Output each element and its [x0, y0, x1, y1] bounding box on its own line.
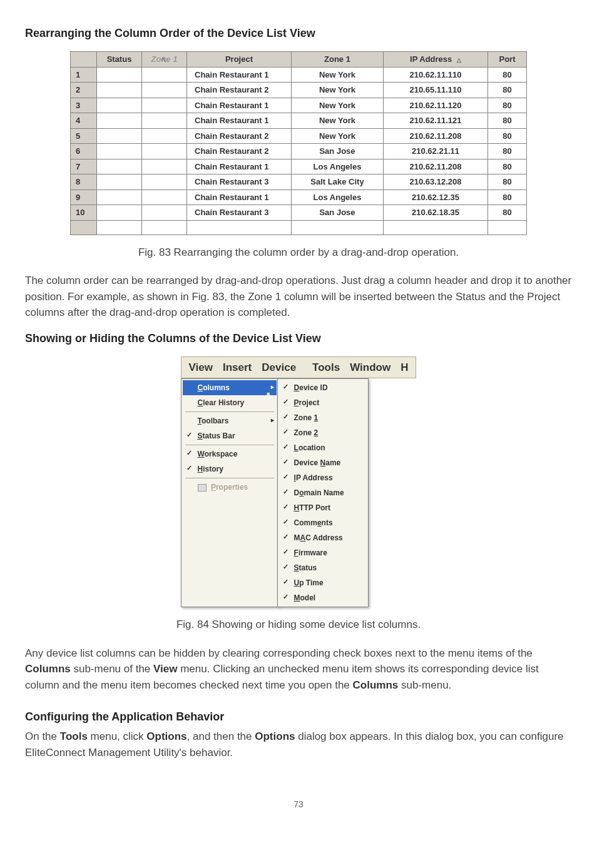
- table-row[interactable]: 3 Chain Restaurant 1 New York 210.62.11.…: [71, 98, 527, 113]
- menubar-item-tools[interactable]: Tools: [307, 358, 345, 377]
- page-number: 73: [25, 798, 572, 811]
- zone1-cell: Salt Lake City: [292, 174, 384, 190]
- ip-cell: 210.62.11.208: [384, 128, 488, 144]
- status-cell: [97, 159, 142, 174]
- menu-item-history[interactable]: ✓ History: [183, 462, 277, 477]
- table-row[interactable]: 5 Chain Restaurant 2 New York 210.62.11.…: [71, 128, 527, 144]
- submenu-item[interactable]: ✓MAC Address: [279, 530, 367, 545]
- menubar-item-h[interactable]: H: [395, 358, 413, 377]
- menubar-item-device[interactable]: Device: [257, 358, 301, 377]
- submenu-item[interactable]: ✓HTTP Port: [279, 500, 367, 515]
- status-cell: [97, 67, 142, 83]
- menubar-item-view[interactable]: View: [184, 358, 218, 377]
- project-cell: Chain Restaurant 1: [187, 189, 292, 205]
- col-header-drag-zone[interactable]: Zone 1 ↖: [142, 52, 187, 68]
- para2-bold: Columns: [353, 679, 399, 691]
- ip-header-text: IP Address: [410, 54, 452, 64]
- checkmark-icon: ✓: [283, 442, 288, 452]
- row-number-cell: 1: [71, 67, 97, 83]
- project-cell: Chain Restaurant 2: [187, 144, 292, 159]
- table-row[interactable]: 2 Chain Restaurant 2 New York 210.65.11.…: [71, 83, 527, 98]
- project-cell: Chain Restaurant 3: [187, 174, 292, 190]
- menu-item-clear-history[interactable]: Clear History: [183, 395, 277, 410]
- table-row[interactable]: 9 Chain Restaurant 1 Los Angeles 210.62.…: [71, 189, 527, 205]
- row-number-cell: 2: [71, 83, 97, 98]
- fig-83-caption: Fig. 83 Rearranging the column order by …: [25, 245, 572, 261]
- col-header-port[interactable]: Port: [488, 52, 527, 68]
- toolbars-label: Toolbars: [198, 416, 229, 425]
- submenu-item[interactable]: ✓Model: [279, 590, 367, 605]
- ip-cell: 210.63.12.208: [384, 174, 488, 190]
- submenu-label: Model: [294, 593, 316, 602]
- submenu-item[interactable]: ✓Zone 2: [279, 425, 367, 440]
- submenu-item[interactable]: ✓Comments: [279, 515, 367, 530]
- submenu-label: Domain Name: [294, 488, 344, 497]
- fig-84-caption: Fig. 84 Showing or hiding some device li…: [25, 617, 572, 633]
- checkmark-icon: ✓: [186, 430, 192, 440]
- col-header-status[interactable]: Status: [97, 52, 142, 68]
- table-row[interactable]: 1 Chain Restaurant 1 New York 210.62.11.…: [71, 67, 527, 83]
- submenu-item[interactable]: ✓Location: [279, 440, 367, 455]
- ip-cell: 210.62.11.208: [384, 159, 488, 174]
- row-number-cell: 7: [71, 159, 97, 174]
- row-number-cell: 9: [71, 189, 97, 205]
- submenu-label: Zone 2: [294, 428, 319, 437]
- menu-item-toolbars[interactable]: Toolbars ▸: [183, 413, 277, 428]
- col-header-zone1[interactable]: Zone 1: [292, 52, 384, 68]
- device-list-table: Status Zone 1 ↖ Project Zone 1 IP Addres…: [70, 51, 527, 235]
- ip-cell: 210.62.21.11: [384, 144, 488, 159]
- checkmark-icon: ✓: [283, 381, 288, 392]
- checkmark-icon: ✓: [283, 502, 288, 512]
- submenu-item[interactable]: ✓Zone 1: [279, 410, 367, 425]
- submenu-item[interactable]: ✓Domain Name: [279, 485, 367, 500]
- submenu-item[interactable]: ✓Status: [279, 560, 367, 575]
- zone-drag-cell: [142, 113, 187, 129]
- col-header-rownum[interactable]: [71, 52, 97, 68]
- status-cell: [97, 98, 142, 113]
- menu-item-status-bar[interactable]: ✓ Status Bar: [183, 428, 277, 443]
- para3-bold: Options: [255, 730, 295, 742]
- zone1-cell: New York: [292, 67, 384, 83]
- para2-bold: Columns: [25, 663, 71, 675]
- submenu-item[interactable]: ✓IP Address: [279, 470, 367, 485]
- row-number-cell: 10: [71, 205, 97, 221]
- table-row-empty: [71, 220, 527, 235]
- menubar-item-window[interactable]: Window: [345, 358, 395, 377]
- status-cell: [97, 205, 142, 221]
- zone-drag-cell: [142, 205, 187, 221]
- submenu-item[interactable]: ✓Device Name: [279, 455, 367, 470]
- menubar-item-insert[interactable]: Insert: [218, 358, 257, 377]
- para3-text: menu, click: [88, 730, 146, 742]
- paragraph-2: Any device list columns can be hidden by…: [25, 645, 572, 694]
- project-cell: Chain Restaurant 2: [187, 128, 292, 144]
- ip-cell: 210.65.11.110: [384, 83, 488, 98]
- col-header-ip[interactable]: IP Address △: [384, 52, 488, 68]
- menu-item-columns[interactable]: Columns ▸ ↖: [183, 380, 277, 395]
- table-row[interactable]: 4 Chain Restaurant 1 New York 210.62.11.…: [71, 113, 527, 129]
- submenu-label: IP Address: [294, 473, 333, 482]
- zone1-cell: Los Angeles: [292, 159, 384, 174]
- table-row[interactable]: 10 Chain Restaurant 3 San Jose 210.62.18…: [71, 205, 527, 221]
- menu-item-workspace[interactable]: ✓ Workspace: [183, 447, 277, 462]
- table-row[interactable]: 7 Chain Restaurant 1 Los Angeles 210.62.…: [71, 159, 527, 174]
- view-dropdown: Columns ▸ ↖ Clear History Toolbars ▸ ✓ S…: [181, 378, 278, 607]
- port-cell: 80: [488, 98, 527, 113]
- checkmark-icon: ✓: [283, 396, 288, 407]
- paragraph-3: On the Tools menu, click Options, and th…: [25, 729, 572, 760]
- row-number-cell: 4: [71, 113, 97, 129]
- col-header-project[interactable]: Project: [187, 52, 292, 68]
- status-cell: [97, 128, 142, 144]
- ip-cell: 210.62.12.35: [384, 189, 488, 205]
- zone1-cell: San Jose: [292, 144, 384, 159]
- submenu-item[interactable]: ✓Project: [279, 395, 367, 410]
- submenu-item[interactable]: ✓Device ID: [279, 380, 367, 395]
- submenu-item[interactable]: ✓Up Time: [279, 575, 367, 590]
- submenu-label: HTTP Port: [294, 503, 330, 512]
- properties-icon: [198, 484, 207, 492]
- port-cell: 80: [488, 144, 527, 159]
- table-row[interactable]: 8 Chain Restaurant 3 Salt Lake City 210.…: [71, 174, 527, 190]
- section-heading: Rearranging the Column Order of the Devi…: [25, 25, 572, 42]
- table-row[interactable]: 6 Chain Restaurant 2 San Jose 210.62.21.…: [71, 144, 527, 159]
- status-cell: [97, 83, 142, 98]
- submenu-item[interactable]: ✓Firmware: [279, 545, 367, 560]
